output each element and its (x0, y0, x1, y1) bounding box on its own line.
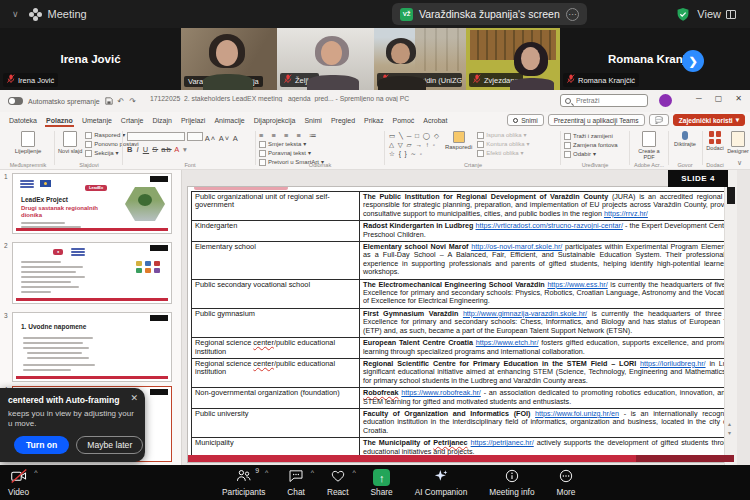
next-participants-button[interactable]: ❯ (682, 50, 704, 72)
ribbon-tab-prijelazi[interactable]: Prijelazi (180, 115, 207, 126)
ribbon-tab-animacije[interactable]: Animacije (213, 115, 245, 126)
dictate-icon[interactable] (682, 131, 688, 140)
ribbon-tab-snimi[interactable]: Snimi (303, 115, 323, 126)
table-row: Public gymnasiumFirst Gymnasium Varaždin… (192, 308, 736, 337)
more-button[interactable]: More (557, 469, 576, 497)
slide-footer-bar (188, 455, 734, 462)
video-tile-zeljka[interactable]: Željka (277, 28, 374, 90)
ribbon-tab-pregled[interactable]: Pregled (330, 115, 356, 126)
chat-button[interactable]: ^Chat (287, 469, 305, 497)
video-tile-goran[interactable]: Goran Hajdin (UniZG ... (374, 28, 466, 90)
addins-icon[interactable] (709, 131, 722, 144)
video-tile-romana[interactable]: Romana KranjčićRomana Kranjčić (560, 28, 750, 90)
present-in-teams-button[interactable]: Prezentiraj u aplikaciji Teams (548, 114, 645, 126)
current-slide[interactable]: Public organizational unit of regional s… (187, 186, 735, 463)
ai-companion-button[interactable]: AI Companion (415, 469, 468, 497)
maximize-button[interactable]: ▢ (715, 94, 723, 103)
find-button[interactable]: Traži i zamijeni (564, 132, 626, 141)
ribbon-tab-prikaz[interactable]: Prikaz (363, 115, 384, 126)
font-format-buttons[interactable]: B I U S ab A ▾ (127, 145, 253, 154)
ribbon-tab-dizajn[interactable]: Dizajn (151, 115, 172, 126)
slide-thumbnail-2[interactable]: ● (12, 242, 172, 304)
chevron-up-icon[interactable]: ^ (352, 469, 355, 476)
ribbon-tab-datoteka[interactable]: Datoteka (8, 115, 38, 126)
ribbon-tab-pomoć[interactable]: Pomoć (392, 115, 416, 126)
ppt-titlebar: Automatsko spremanje ↶ ↷ 17122025_2. sta… (0, 90, 750, 112)
table-row: Public organizational unit of regional s… (192, 192, 736, 221)
paste-icon[interactable] (21, 131, 35, 147)
search-input[interactable] (574, 96, 636, 105)
video-button[interactable]: ^Video (8, 469, 29, 497)
video-tile-zvjezdana[interactable]: Zvjezdana (466, 28, 560, 90)
arrange-button[interactable]: Rasporedi (445, 131, 472, 158)
chevron-up-icon[interactable]: ^ (34, 469, 37, 476)
meeting-tab[interactable]: Meeting (29, 8, 87, 21)
ribbon-tab-crtanje[interactable]: Crtanje (120, 115, 145, 126)
ribbon-tabs: DatotekaPolaznoUmetanjeCrtanjeDizajnPrij… (8, 115, 448, 126)
link[interactable]: https://vrticradost.com/strucno-razvojni… (475, 221, 622, 230)
react-button[interactable]: ^React (327, 469, 349, 497)
collapse-ribbon-icon[interactable]: ∨ (737, 159, 742, 167)
search-box[interactable] (560, 94, 648, 107)
table-row: Non-governmental organization (foundatio… (192, 388, 736, 409)
text-direction-button[interactable]: Smjer teksta ▾ (259, 140, 324, 149)
video-tile-varazdinska-zupanija[interactable]: Varaždinska županija (181, 28, 277, 90)
shared-screen-tab[interactable]: VŽ Varaždinska županija's screen ⋯ (392, 3, 587, 25)
share-button[interactable]: ↑Share (371, 469, 393, 497)
create-pdf-icon[interactable] (642, 131, 656, 147)
autosave-toggle[interactable] (8, 97, 23, 105)
account-avatar[interactable] (659, 94, 672, 107)
table-row: Elementary schoolElementary school Novi … (192, 242, 736, 280)
undo-icon[interactable]: ↶ (118, 97, 125, 106)
meeting-info-button[interactable]: Meeting info (489, 469, 534, 497)
maybe-later-button[interactable]: Maybe later (76, 436, 143, 454)
slide-nav-buttons[interactable]: ▴▾ (728, 420, 731, 438)
close-icon[interactable]: ✕ (130, 393, 138, 403)
font-size-box[interactable] (187, 132, 203, 141)
video-strip: Irena JovićIrena JovićVaraždinska župani… (0, 28, 750, 90)
mic-off-icon (7, 74, 15, 86)
replace-fonts-button[interactable]: Zamjena fontova (564, 141, 626, 150)
screen-share-badge-icon: VŽ (400, 8, 413, 21)
slide-thumbnail-1[interactable]: LeadEx LeadEx Project Drugi sastanak reg… (12, 173, 172, 234)
shape-outline-button[interactable]: Kontura oblika ▾ (477, 140, 529, 149)
ppt-share-button[interactable]: Zajednički koristi ▾ (673, 114, 745, 126)
video-tile-irena[interactable]: Irena JovićIrena Jović (0, 28, 181, 90)
ribbon-tab-dijaprojekcija[interactable]: Dijaprojekcija (253, 115, 297, 126)
ribbon-tab-polazno[interactable]: Polazno (45, 115, 74, 126)
paragraph-buttons[interactable]: ≡ ≡ ≡ ≡ ≔ (259, 131, 381, 140)
shape-fill-button[interactable]: Ispuna oblika ▾ (477, 131, 529, 140)
redo-icon[interactable]: ↷ (129, 97, 136, 106)
link[interactable]: https://rrvz.hr/ (604, 209, 648, 218)
clipboard-group: Lijepljenje Međuspremnik (4, 129, 52, 167)
stakeholder-type-cell: Public university (192, 408, 360, 437)
chevron-up-icon[interactable]: ^ (265, 469, 268, 476)
ribbon-tab-umetanje[interactable]: Umetanje (81, 115, 113, 126)
record-button[interactable]: Snimi (507, 114, 544, 126)
font-name-box[interactable] (127, 132, 185, 141)
align-text-button[interactable]: Poravnaj tekst ▾ (259, 149, 324, 158)
chevron-up-icon[interactable]: ^ (311, 469, 314, 476)
link[interactable]: https://petrijanec.hr/ (471, 438, 534, 447)
video-off-icon (10, 468, 28, 488)
turn-on-button[interactable]: Turn on (14, 436, 69, 454)
heart-icon (330, 468, 346, 487)
slide-thumbnail-3[interactable]: 1. Uvodne napomene (12, 312, 172, 382)
view-button[interactable]: View (697, 8, 736, 20)
scrollbar-thumb[interactable] (727, 187, 735, 204)
collapse-chevron-icon[interactable]: ∨ (12, 9, 19, 19)
participants-button[interactable]: 9^Participants (222, 469, 265, 497)
tab-options-icon[interactable]: ⋯ (566, 8, 579, 21)
close-button[interactable]: ✕ (735, 94, 742, 103)
comments-button[interactable]: 💬 (649, 114, 669, 126)
shape-effects-button[interactable]: Efekti oblika ▾ (477, 149, 529, 158)
new-slide-icon[interactable] (63, 131, 77, 147)
shapes-gallery[interactable]: ▭ ╲ ─ □ ◯ ◇ △ ▽ ▱ → ↑ ◦ ☆ { } ∼ ◦ (389, 131, 440, 158)
zoom-meeting-window: ∨ Meeting VŽ Varaždinska županija's scre… (0, 0, 750, 500)
select-button[interactable]: Odabir ▾ (564, 150, 626, 159)
designer-icon[interactable] (731, 131, 745, 147)
ribbon-tab-acrobat[interactable]: Acrobat (422, 115, 448, 126)
vertical-scrollbar[interactable]: ▴▾ (724, 170, 737, 465)
minimize-button[interactable]: ─ (696, 94, 702, 103)
save-icon[interactable] (105, 97, 113, 105)
